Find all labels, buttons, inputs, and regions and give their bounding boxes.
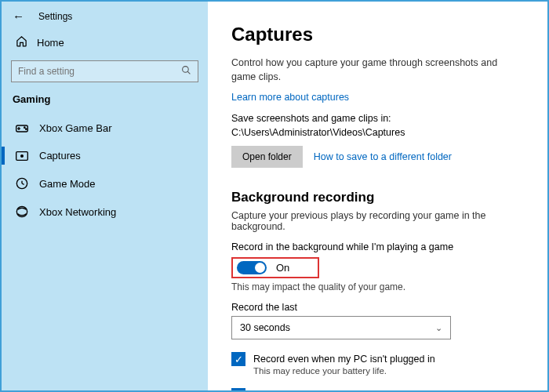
bg-record-toggle[interactable] bbox=[237, 261, 267, 274]
sidebar: ← Settings Home Gaming Xbox Game Bar bbox=[2, 2, 208, 390]
search-input[interactable] bbox=[11, 60, 198, 82]
bg-recording-heading: Background recording bbox=[231, 190, 530, 205]
sidebar-item-xbox-game-bar[interactable]: Xbox Game Bar bbox=[2, 114, 208, 142]
networking-icon bbox=[16, 205, 28, 218]
section-label: Gaming bbox=[2, 90, 208, 114]
svg-line-1 bbox=[187, 71, 190, 74]
svg-point-8 bbox=[21, 154, 24, 157]
check-plugged-label: Record even when my PC isn't plugged in bbox=[253, 354, 435, 365]
check-plugged-hint: This may reduce your battery life. bbox=[253, 366, 530, 376]
open-folder-button[interactable]: Open folder bbox=[231, 146, 303, 168]
folder-actions: Open folder How to save to a different f… bbox=[231, 146, 530, 168]
record-last-select[interactable]: 30 seconds ⌄ bbox=[231, 316, 451, 339]
app-title: Settings bbox=[38, 11, 72, 22]
search-field[interactable] bbox=[18, 66, 181, 77]
captures-icon bbox=[16, 151, 28, 161]
home-icon bbox=[16, 35, 27, 49]
search-icon bbox=[181, 65, 191, 78]
settings-window: ← Settings Home Gaming Xbox Game Bar bbox=[0, 0, 549, 392]
record-last-label: Record the last bbox=[231, 302, 530, 313]
check-wireless-projecting[interactable]: ✓ bbox=[231, 388, 245, 390]
home-label: Home bbox=[37, 37, 64, 49]
nav-label: Captures bbox=[39, 150, 81, 162]
bg-toggle-highlight: On bbox=[231, 257, 319, 278]
main-content: Captures Control how you capture your ga… bbox=[208, 2, 547, 390]
sidebar-item-home[interactable]: Home bbox=[2, 29, 208, 56]
sidebar-header: ← Settings bbox=[2, 2, 208, 29]
bg-toggle-state: On bbox=[276, 262, 289, 274]
save-path-text: Save screenshots and game clips in: C:\U… bbox=[231, 112, 529, 140]
page-title: Captures bbox=[231, 24, 530, 45]
different-folder-link[interactable]: How to save to a different folder bbox=[314, 151, 452, 162]
gamemode-icon bbox=[16, 177, 28, 190]
sidebar-item-xbox-networking[interactable]: Xbox Networking bbox=[2, 198, 208, 226]
bg-toggle-hint: This may impact the quality of your game… bbox=[231, 281, 530, 292]
back-arrow-icon[interactable]: ← bbox=[13, 9, 24, 23]
record-last-value: 30 seconds bbox=[240, 322, 290, 333]
chevron-down-icon: ⌄ bbox=[435, 323, 442, 333]
gamebar-icon bbox=[16, 124, 28, 133]
svg-point-6 bbox=[26, 129, 27, 129]
bg-recording-subtitle: Capture your previous plays by recording… bbox=[231, 210, 530, 232]
check-wireless-row: ✓ Record while wirelessly projecting my … bbox=[231, 388, 530, 390]
sidebar-item-captures[interactable]: Captures bbox=[2, 142, 208, 169]
nav-label: Xbox Networking bbox=[39, 206, 116, 218]
check-plugged-row: ✓ Record even when my PC isn't plugged i… bbox=[231, 352, 530, 366]
sidebar-item-game-mode[interactable]: Game Mode bbox=[2, 169, 208, 198]
bg-toggle-label: Record in the background while I'm playi… bbox=[231, 241, 530, 252]
page-description: Control how you capture your game throug… bbox=[231, 56, 514, 84]
search-wrap bbox=[11, 60, 198, 82]
nav-label: Xbox Game Bar bbox=[39, 122, 112, 134]
check-wireless-label: Record while wirelessly projecting my sc… bbox=[253, 390, 449, 390]
nav-label: Game Mode bbox=[39, 178, 96, 190]
learn-more-link[interactable]: Learn more about captures bbox=[231, 92, 530, 103]
svg-line-11 bbox=[22, 183, 24, 184]
svg-point-5 bbox=[24, 127, 25, 128]
svg-point-0 bbox=[183, 67, 189, 73]
check-plugged-in[interactable]: ✓ bbox=[231, 352, 245, 366]
